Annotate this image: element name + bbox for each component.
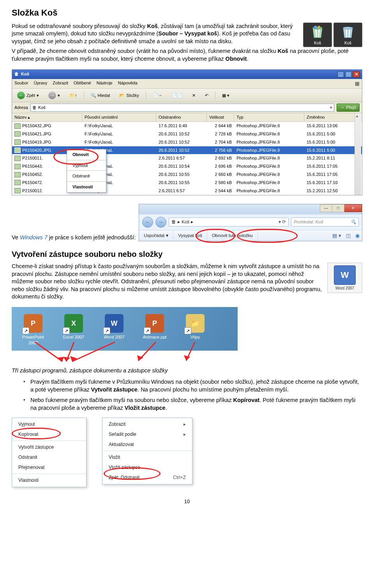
table-row[interactable]: P2150012.F:\Fotky2.6.2011 6:572 544 kBPh… bbox=[12, 187, 362, 195]
menu-item[interactable]: Zpět: OdstranitCtrl+Z bbox=[102, 472, 192, 483]
restore-item-button[interactable]: Obnovit tuto položku bbox=[207, 230, 258, 241]
desktop-shortcut[interactable]: P↗Animace.ppt bbox=[141, 314, 168, 346]
up-button[interactable]: 📁↑ bbox=[67, 91, 80, 100]
col-typ[interactable]: Typ bbox=[234, 113, 304, 121]
menu-napoveda[interactable]: Nápověda bbox=[118, 80, 138, 88]
menu-soubor[interactable]: Soubor bbox=[14, 80, 28, 88]
minimize-button[interactable]: — bbox=[320, 204, 332, 212]
undo-button[interactable]: ↶ bbox=[202, 91, 211, 100]
empty-recycle-bin-button[interactable]: Vysypat koš bbox=[173, 230, 207, 241]
recycle-bin-full-tile: Koš bbox=[303, 23, 332, 47]
menu-upravy[interactable]: Úpravy bbox=[34, 80, 47, 88]
menu-item[interactable]: Vyjmout bbox=[12, 419, 86, 429]
minimize-button[interactable]: _ bbox=[337, 71, 344, 77]
col-velikost[interactable]: Velikost bbox=[207, 113, 234, 121]
svg-marker-12 bbox=[137, 355, 143, 361]
menu-item[interactable]: Vlastnosti bbox=[12, 475, 86, 485]
menu-item[interactable]: Vložit bbox=[102, 452, 192, 462]
search-button[interactable]: 🔍 Hledat bbox=[88, 91, 113, 100]
help-button[interactable]: ◉ bbox=[353, 231, 362, 241]
shortcut-arrow-icon: ↗ bbox=[63, 327, 70, 334]
copy-to-button[interactable]: 📄📄 bbox=[169, 91, 185, 100]
list-item: Nebo ťukneme pravým tlačítkem myši na so… bbox=[23, 397, 362, 412]
menu-item[interactable]: Aktualizovat bbox=[102, 439, 192, 449]
windows-flag-icon: ⊞ bbox=[355, 80, 360, 88]
menu-item[interactable]: Seřadit podle bbox=[102, 429, 192, 439]
recycle-bin-icons: Koš Koš bbox=[303, 23, 362, 47]
desktop-shortcuts-strip: P↗PowerPoint 2007X↗Excel 2007W↗Word 2007… bbox=[12, 307, 238, 351]
recycle-bin-window-xp: 🗑Koš _ □ ✕ Soubor Úpravy Zobrazit Oblíbe… bbox=[12, 69, 362, 195]
desktop-context-menu: ZobrazitSeřadit podleAktualizovatVložitV… bbox=[102, 418, 192, 484]
shortcut-arrow-icon: ↗ bbox=[144, 327, 151, 334]
maximize-button[interactable]: □ bbox=[332, 204, 344, 212]
views-button[interactable]: ▤ ▾ bbox=[330, 231, 344, 241]
tile-label: Koš bbox=[314, 40, 321, 45]
window-title: 🗑Koš bbox=[14, 71, 29, 77]
svg-point-2 bbox=[318, 26, 320, 28]
menu-item[interactable]: Vytvořit zástupce bbox=[12, 442, 86, 452]
recycle-bin-empty-tile: Koš bbox=[333, 23, 362, 47]
col-puvodni[interactable]: Původní umístění bbox=[82, 113, 156, 121]
ctx-odstranit[interactable]: Odstranit bbox=[67, 172, 106, 181]
back-button[interactable]: ←Zpět ▾ bbox=[14, 90, 42, 100]
svg-marker-9 bbox=[58, 357, 64, 362]
menu-oblibene[interactable]: Oblíbené bbox=[74, 80, 91, 88]
address-bar: Adresa 🗑 Koš▾ → Přejít bbox=[12, 102, 362, 113]
menu-item[interactable]: Kopírovat bbox=[12, 429, 86, 439]
list-item: Pravým tlačítkem myši ťukneme v Průzkumn… bbox=[23, 378, 362, 393]
desktop-shortcut[interactable]: 📁↗Vtipy bbox=[182, 314, 209, 346]
ctx-vlastnosti[interactable]: Vlastnosti bbox=[67, 183, 106, 191]
delete-button[interactable]: ✕ bbox=[189, 91, 198, 100]
command-bar: Uspořádat ▾ Vysypat koš Obnovit tuto pol… bbox=[139, 230, 362, 241]
forward-button[interactable]: → bbox=[155, 217, 166, 228]
breadcrumb[interactable]: 🗑 ▸ Koš ▸ ▾ ⟳ bbox=[169, 218, 289, 227]
shortcut-arrow-icon: ↗ bbox=[103, 327, 110, 334]
desktop-shortcut[interactable]: P↗PowerPoint 2007 bbox=[19, 314, 47, 346]
preview-pane-button[interactable]: ◫ bbox=[344, 231, 353, 241]
paragraph-2: V případě, že chceme obnovit odstraněný … bbox=[12, 47, 362, 63]
table-row[interactable]: P6150443.F:\Fotky\JanaL20.6.2011 10:542 … bbox=[12, 162, 362, 170]
address-label: Adresa bbox=[14, 105, 28, 111]
heading-vytvoreni-zastupce: Vytvoření zástupce souboru nebo složky bbox=[12, 249, 362, 260]
close-button[interactable]: ✕ bbox=[353, 71, 360, 77]
col-nazev[interactable]: Název ▴ bbox=[12, 113, 82, 121]
menu-zobrazit[interactable]: Zobrazit bbox=[53, 80, 68, 88]
close-button[interactable]: ✕ bbox=[344, 204, 362, 212]
scrollbar[interactable] bbox=[355, 113, 361, 195]
forward-button[interactable]: → ▾ bbox=[46, 90, 63, 100]
column-headers: Název ▴ Původní umístění Odstraněno Veli… bbox=[12, 113, 362, 122]
desktop-shortcut[interactable]: W↗Word 2007 bbox=[101, 314, 128, 346]
views-button[interactable]: ▦ ▾ bbox=[219, 91, 232, 100]
back-button[interactable]: ← bbox=[142, 217, 153, 228]
menu-item[interactable]: Vložit zástupce bbox=[102, 462, 192, 472]
desktop-shortcut[interactable]: X↗Excel 2007 bbox=[60, 314, 87, 346]
context-menu: Obnovit Vyjmout Odstranit Vlastnosti bbox=[67, 149, 106, 193]
col-odstraneno[interactable]: Odstraněno bbox=[156, 113, 207, 121]
address-field[interactable]: 🗑 Koš▾ bbox=[30, 104, 334, 112]
menu-nastroje[interactable]: Nástroje bbox=[97, 80, 113, 88]
col-zmeneno[interactable]: Změněno bbox=[304, 113, 355, 121]
menu-item[interactable]: Odstranit bbox=[12, 452, 86, 462]
menu-item[interactable]: Zobrazit bbox=[102, 419, 192, 429]
ctx-vyjmout[interactable]: Vyjmout bbox=[67, 161, 106, 170]
context-menus-pair: VyjmoutKopírovatVytvořit zástupceOdstran… bbox=[12, 418, 362, 487]
svg-point-3 bbox=[343, 27, 353, 29]
table-row[interactable]: P6150472.F:\Fotky\JanaL20.6.2011 10:552 … bbox=[12, 179, 362, 187]
go-button[interactable]: → Přejít bbox=[337, 104, 360, 112]
table-row[interactable]: P6150452.F:\Fotky\JanaL20.6.2011 10:552 … bbox=[12, 170, 362, 179]
folders-button[interactable]: 📂 Složky bbox=[116, 91, 141, 100]
recycle-bin-window-win7: — □ ✕ ← → 🗑 ▸ Koš ▸ ▾ ⟳ Prohledat: Koš🔍 … bbox=[139, 204, 362, 242]
table-row[interactable]: P6150420.JPGF:\Fotky\JanaL20.6.2011 10:5… bbox=[12, 146, 362, 154]
organize-button[interactable]: Uspořádat ▾ bbox=[139, 230, 173, 241]
table-row[interactable]: P6150432.JPGF:\Fotky\JanaL17.6.2011 6:49… bbox=[12, 122, 362, 130]
shortcut-arrow-icon: ↗ bbox=[184, 327, 191, 334]
table-row[interactable]: P6150421.JPGF:\Fotky\JanaL20.6.2011 10:5… bbox=[12, 130, 362, 138]
maximize-button[interactable]: □ bbox=[345, 71, 352, 77]
menu-item[interactable]: Přejmenovat bbox=[12, 462, 86, 472]
search-input[interactable]: Prohledat: Koš🔍 bbox=[291, 218, 359, 227]
move-to-button[interactable]: 📄→ bbox=[150, 91, 165, 100]
table-row[interactable]: P2150011.F:\Fotky2.6.2011 6:572 692 kBPh… bbox=[12, 154, 362, 162]
table-row[interactable]: P6150419.JPGF:\Fotky\JanaL20.6.2011 10:5… bbox=[12, 138, 362, 146]
page-number: 10 bbox=[12, 498, 362, 505]
ctx-obnovit[interactable]: Obnovit bbox=[67, 150, 106, 159]
